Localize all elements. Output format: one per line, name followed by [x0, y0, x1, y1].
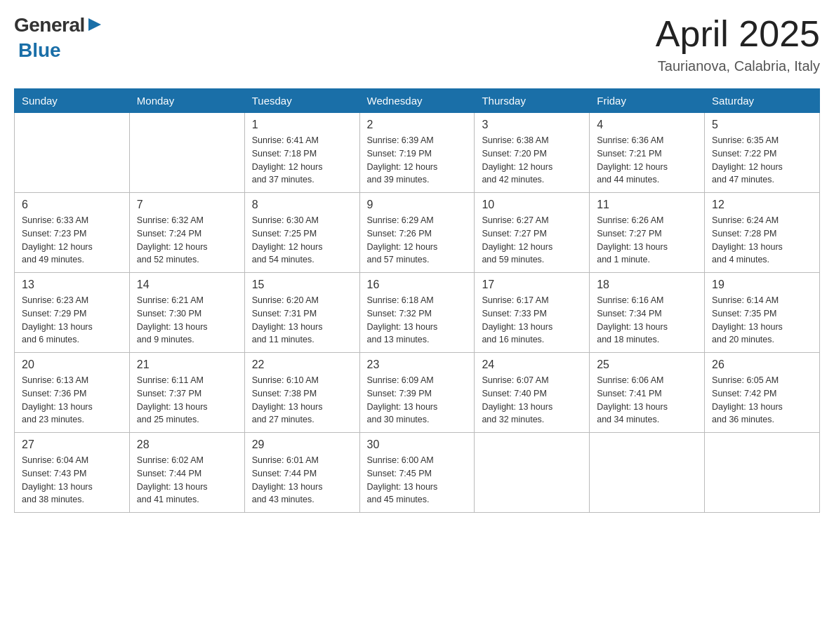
day-info: Sunrise: 6:32 AMSunset: 7:24 PMDaylight:… — [137, 214, 237, 267]
calendar-cell: 18Sunrise: 6:16 AMSunset: 7:34 PMDayligh… — [590, 273, 705, 353]
calendar-cell: 25Sunrise: 6:06 AMSunset: 7:41 PMDayligh… — [590, 353, 705, 433]
day-info: Sunrise: 6:36 AMSunset: 7:21 PMDaylight:… — [597, 134, 697, 187]
day-number: 3 — [482, 119, 582, 131]
calendar-cell — [15, 113, 130, 193]
calendar-cell — [475, 433, 590, 513]
col-wednesday: Wednesday — [359, 89, 475, 113]
day-info: Sunrise: 6:14 AMSunset: 7:35 PMDaylight:… — [712, 294, 812, 347]
day-info: Sunrise: 6:11 AMSunset: 7:37 PMDaylight:… — [137, 374, 237, 427]
page-header: General Blue April 2025 Taurianova, Cala… — [14, 14, 820, 74]
day-info: Sunrise: 6:02 AMSunset: 7:44 PMDaylight:… — [137, 454, 237, 507]
day-number: 25 — [597, 358, 697, 371]
day-info: Sunrise: 6:33 AMSunset: 7:23 PMDaylight:… — [22, 214, 122, 267]
calendar-week-row: 6Sunrise: 6:33 AMSunset: 7:23 PMDaylight… — [15, 193, 820, 273]
day-info: Sunrise: 6:04 AMSunset: 7:43 PMDaylight:… — [22, 454, 122, 507]
calendar-cell: 23Sunrise: 6:09 AMSunset: 7:39 PMDayligh… — [359, 353, 475, 433]
calendar-cell: 24Sunrise: 6:07 AMSunset: 7:40 PMDayligh… — [475, 353, 590, 433]
day-number: 29 — [252, 438, 352, 451]
day-info: Sunrise: 6:29 AMSunset: 7:26 PMDaylight:… — [367, 214, 468, 267]
day-number: 14 — [137, 279, 237, 291]
col-tuesday: Tuesday — [244, 89, 359, 113]
day-info: Sunrise: 6:41 AMSunset: 7:18 PMDaylight:… — [252, 134, 352, 187]
svg-marker-0 — [88, 18, 101, 31]
day-number: 30 — [367, 438, 468, 451]
calendar-cell: 29Sunrise: 6:01 AMSunset: 7:44 PMDayligh… — [244, 433, 359, 513]
calendar-cell — [705, 433, 820, 513]
day-number: 8 — [252, 199, 352, 211]
calendar-week-row: 13Sunrise: 6:23 AMSunset: 7:29 PMDayligh… — [15, 273, 820, 353]
day-number: 7 — [137, 199, 237, 211]
day-info: Sunrise: 6:13 AMSunset: 7:36 PMDaylight:… — [22, 374, 122, 427]
day-info: Sunrise: 6:21 AMSunset: 7:30 PMDaylight:… — [137, 294, 237, 347]
day-number: 6 — [22, 199, 122, 211]
day-info: Sunrise: 6:23 AMSunset: 7:29 PMDaylight:… — [22, 294, 122, 347]
col-sunday: Sunday — [15, 89, 130, 113]
day-info: Sunrise: 6:35 AMSunset: 7:22 PMDaylight:… — [712, 134, 812, 187]
day-info: Sunrise: 6:27 AMSunset: 7:27 PMDaylight:… — [482, 214, 582, 267]
day-info: Sunrise: 6:17 AMSunset: 7:33 PMDaylight:… — [482, 294, 582, 347]
day-number: 19 — [712, 279, 812, 291]
calendar-cell: 7Sunrise: 6:32 AMSunset: 7:24 PMDaylight… — [129, 193, 244, 273]
day-info: Sunrise: 6:00 AMSunset: 7:45 PMDaylight:… — [367, 454, 468, 507]
col-monday: Monday — [129, 89, 244, 113]
col-saturday: Saturday — [705, 89, 820, 113]
calendar-cell: 4Sunrise: 6:36 AMSunset: 7:21 PMDaylight… — [590, 113, 705, 193]
calendar-cell — [590, 433, 705, 513]
calendar-cell: 14Sunrise: 6:21 AMSunset: 7:30 PMDayligh… — [129, 273, 244, 353]
day-info: Sunrise: 6:09 AMSunset: 7:39 PMDaylight:… — [367, 374, 468, 427]
day-number: 17 — [482, 279, 582, 291]
day-number: 24 — [482, 358, 582, 371]
day-number: 20 — [22, 358, 122, 371]
day-info: Sunrise: 6:26 AMSunset: 7:27 PMDaylight:… — [597, 214, 697, 267]
day-number: 15 — [252, 279, 352, 291]
day-number: 18 — [597, 279, 697, 291]
calendar-cell: 16Sunrise: 6:18 AMSunset: 7:32 PMDayligh… — [359, 273, 475, 353]
calendar-cell: 17Sunrise: 6:17 AMSunset: 7:33 PMDayligh… — [475, 273, 590, 353]
day-info: Sunrise: 6:20 AMSunset: 7:31 PMDaylight:… — [252, 294, 352, 347]
day-number: 1 — [252, 119, 352, 131]
logo-top: General — [14, 14, 102, 36]
calendar-cell: 21Sunrise: 6:11 AMSunset: 7:37 PMDayligh… — [129, 353, 244, 433]
calendar-cell: 9Sunrise: 6:29 AMSunset: 7:26 PMDaylight… — [359, 193, 475, 273]
calendar-cell: 8Sunrise: 6:30 AMSunset: 7:25 PMDaylight… — [244, 193, 359, 273]
col-friday: Friday — [590, 89, 705, 113]
calendar-cell: 15Sunrise: 6:20 AMSunset: 7:31 PMDayligh… — [244, 273, 359, 353]
day-info: Sunrise: 6:24 AMSunset: 7:28 PMDaylight:… — [712, 214, 812, 267]
day-number: 21 — [137, 358, 237, 371]
logo-general-text: General — [14, 14, 85, 36]
calendar-cell: 28Sunrise: 6:02 AMSunset: 7:44 PMDayligh… — [129, 433, 244, 513]
calendar-cell: 2Sunrise: 6:39 AMSunset: 7:19 PMDaylight… — [359, 113, 475, 193]
logo-arrow-icon — [87, 17, 102, 32]
calendar-cell: 11Sunrise: 6:26 AMSunset: 7:27 PMDayligh… — [590, 193, 705, 273]
calendar-week-row: 27Sunrise: 6:04 AMSunset: 7:43 PMDayligh… — [15, 433, 820, 513]
calendar-cell: 13Sunrise: 6:23 AMSunset: 7:29 PMDayligh… — [15, 273, 130, 353]
day-number: 11 — [597, 199, 697, 211]
title-section: April 2025 Taurianova, Calabria, Italy — [656, 14, 820, 74]
day-number: 13 — [22, 279, 122, 291]
day-number: 5 — [712, 119, 812, 131]
calendar-cell: 26Sunrise: 6:05 AMSunset: 7:42 PMDayligh… — [705, 353, 820, 433]
day-info: Sunrise: 6:16 AMSunset: 7:34 PMDaylight:… — [597, 294, 697, 347]
location-text: Taurianova, Calabria, Italy — [656, 58, 820, 74]
day-number: 12 — [712, 199, 812, 211]
calendar-cell: 6Sunrise: 6:33 AMSunset: 7:23 PMDaylight… — [15, 193, 130, 273]
logo: General Blue — [14, 14, 102, 62]
calendar-cell: 10Sunrise: 6:27 AMSunset: 7:27 PMDayligh… — [475, 193, 590, 273]
calendar-cell: 19Sunrise: 6:14 AMSunset: 7:35 PMDayligh… — [705, 273, 820, 353]
day-number: 2 — [367, 119, 468, 131]
day-number: 26 — [712, 358, 812, 371]
calendar-cell: 5Sunrise: 6:35 AMSunset: 7:22 PMDaylight… — [705, 113, 820, 193]
day-number: 28 — [137, 438, 237, 451]
calendar-cell: 22Sunrise: 6:10 AMSunset: 7:38 PMDayligh… — [244, 353, 359, 433]
calendar-cell: 30Sunrise: 6:00 AMSunset: 7:45 PMDayligh… — [359, 433, 475, 513]
day-info: Sunrise: 6:06 AMSunset: 7:41 PMDaylight:… — [597, 374, 697, 427]
calendar-cell: 1Sunrise: 6:41 AMSunset: 7:18 PMDaylight… — [244, 113, 359, 193]
calendar-cell: 12Sunrise: 6:24 AMSunset: 7:28 PMDayligh… — [705, 193, 820, 273]
calendar-cell — [129, 113, 244, 193]
day-info: Sunrise: 6:38 AMSunset: 7:20 PMDaylight:… — [482, 134, 582, 187]
calendar-table: Sunday Monday Tuesday Wednesday Thursday… — [14, 88, 820, 513]
calendar-week-row: 20Sunrise: 6:13 AMSunset: 7:36 PMDayligh… — [15, 353, 820, 433]
day-number: 23 — [367, 358, 468, 371]
day-number: 16 — [367, 279, 468, 291]
day-info: Sunrise: 6:05 AMSunset: 7:42 PMDaylight:… — [712, 374, 812, 427]
